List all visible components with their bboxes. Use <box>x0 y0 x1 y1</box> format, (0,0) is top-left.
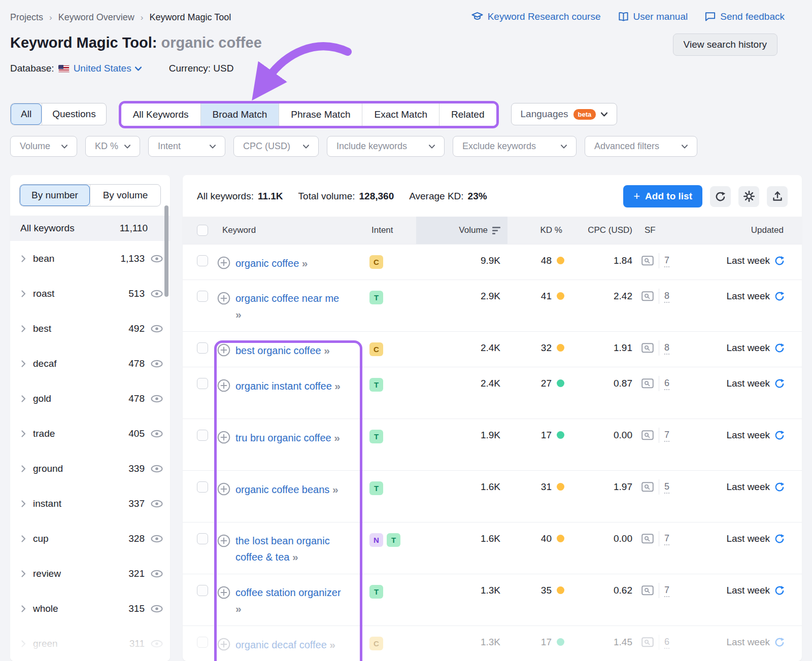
row-refresh-icon[interactable] <box>774 637 785 647</box>
keyword-link[interactable]: tru bru organic coffee <box>235 432 331 443</box>
row-checkbox[interactable] <box>197 378 208 389</box>
row-refresh-icon[interactable] <box>774 534 785 544</box>
sidebar-group-roast[interactable]: roast513 <box>10 276 170 311</box>
row-refresh-icon[interactable] <box>774 343 785 353</box>
row-checkbox[interactable] <box>197 637 208 648</box>
open-keyword-icon[interactable]: » <box>235 603 241 614</box>
row-checkbox[interactable] <box>197 533 208 544</box>
open-keyword-icon[interactable]: » <box>329 639 335 650</box>
sidebar-group-cup[interactable]: cup328 <box>10 521 170 556</box>
serp-features-icon[interactable] <box>641 378 654 389</box>
eye-icon[interactable] <box>151 500 163 508</box>
exclude-keywords-filter[interactable]: Exclude keywords <box>453 136 577 157</box>
column-updated[interactable]: Updated <box>686 217 788 244</box>
include-keywords-filter[interactable]: Include keywords <box>327 136 445 157</box>
keyword-link[interactable]: organic instant coffee <box>235 380 332 392</box>
tab-all-keywords[interactable]: All Keywords <box>121 103 200 126</box>
sidebar-group-review[interactable]: review321 <box>10 556 170 591</box>
sf-count[interactable]: 7 <box>664 430 669 442</box>
sidebar-group-whole[interactable]: whole315 <box>10 591 170 626</box>
keyword-link[interactable]: organic coffee near me <box>235 293 339 304</box>
tab-phrase-match[interactable]: Phrase Match <box>279 103 362 126</box>
eye-icon[interactable] <box>151 395 163 403</box>
sidebar-group-bean[interactable]: bean1,133 <box>10 241 170 276</box>
tab-exact-match[interactable]: Exact Match <box>362 103 439 126</box>
keyword-link[interactable]: coffee station organizer <box>235 587 341 598</box>
row-checkbox[interactable] <box>197 585 208 596</box>
sf-count[interactable]: 5 <box>664 481 669 494</box>
eye-icon[interactable] <box>151 255 163 263</box>
tab-by-volume[interactable]: By volume <box>90 185 160 206</box>
refresh-button[interactable] <box>710 186 731 207</box>
database-selector[interactable]: United States <box>74 63 142 74</box>
tab-questions[interactable]: Questions <box>42 103 106 125</box>
row-refresh-icon[interactable] <box>774 482 785 492</box>
sidebar-group-gold[interactable]: gold478 <box>10 381 170 416</box>
keyword-link[interactable]: best organic coffee <box>235 345 321 356</box>
tab-broad-match[interactable]: Broad Match <box>200 103 279 126</box>
column-cpc[interactable]: CPC (USD) <box>564 217 635 244</box>
select-all-checkbox[interactable] <box>197 225 208 236</box>
row-checkbox[interactable] <box>197 342 208 354</box>
tab-all[interactable]: All <box>11 103 42 125</box>
languages-dropdown[interactable]: Languages beta <box>511 103 618 125</box>
column-sf[interactable]: SF <box>635 217 686 244</box>
eye-icon[interactable] <box>151 360 163 368</box>
row-refresh-icon[interactable] <box>774 430 785 440</box>
sidebar-group-green[interactable]: green311 <box>10 626 170 661</box>
serp-features-icon[interactable] <box>641 534 654 544</box>
serp-features-icon[interactable] <box>641 637 654 647</box>
add-keyword-icon[interactable] <box>217 638 230 651</box>
eye-icon[interactable] <box>151 605 163 613</box>
sf-count[interactable]: 7 <box>664 585 669 597</box>
intent-filter[interactable]: Intent <box>148 136 225 157</box>
row-checkbox[interactable] <box>197 481 208 493</box>
tab-by-number[interactable]: By number <box>20 185 90 206</box>
settings-gear-button[interactable] <box>738 186 759 207</box>
row-checkbox[interactable] <box>197 291 208 302</box>
serp-features-icon[interactable] <box>641 291 654 301</box>
serp-features-icon[interactable] <box>641 343 654 353</box>
breadcrumb-keyword-overview[interactable]: Keyword Overview <box>58 12 134 23</box>
row-refresh-icon[interactable] <box>774 256 785 266</box>
cpc-filter[interactable]: CPC (USD) <box>233 136 319 157</box>
sf-count[interactable]: 8 <box>664 291 669 303</box>
add-keyword-icon[interactable] <box>217 586 230 599</box>
add-keyword-icon[interactable] <box>217 431 230 444</box>
row-refresh-icon[interactable] <box>774 378 785 389</box>
volume-filter[interactable]: Volume <box>10 136 77 157</box>
add-to-list-button[interactable]: + Add to list <box>623 185 702 207</box>
open-keyword-icon[interactable]: » <box>302 257 308 269</box>
user-manual-link[interactable]: User manual <box>618 11 688 22</box>
column-kd[interactable]: KD % <box>507 217 564 244</box>
open-keyword-icon[interactable]: » <box>334 380 340 392</box>
eye-icon[interactable] <box>151 465 163 473</box>
open-keyword-icon[interactable]: » <box>332 483 338 495</box>
serp-features-icon[interactable] <box>641 256 654 266</box>
eye-icon[interactable] <box>151 640 163 648</box>
sf-count[interactable]: 7 <box>664 255 669 267</box>
serp-features-icon[interactable] <box>641 430 654 440</box>
sidebar-all-keywords-row[interactable]: All keywords 11,110 <box>10 216 170 241</box>
sidebar-scrollbar[interactable] <box>164 205 168 297</box>
row-refresh-icon[interactable] <box>774 291 785 301</box>
open-keyword-icon[interactable]: » <box>324 344 329 356</box>
tab-related[interactable]: Related <box>439 103 496 126</box>
breadcrumb-projects[interactable]: Projects <box>10 12 43 23</box>
column-volume[interactable]: Volume <box>416 217 507 244</box>
serp-features-icon[interactable] <box>641 482 654 492</box>
eye-icon[interactable] <box>151 290 163 298</box>
open-keyword-icon[interactable]: » <box>334 432 340 443</box>
advanced-filters[interactable]: Advanced filters <box>585 136 697 157</box>
sidebar-group-best[interactable]: best492 <box>10 311 170 346</box>
keyword-link[interactable]: organic coffee beans <box>235 484 329 495</box>
keyword-link[interactable]: organic decaf coffee <box>235 639 327 650</box>
sidebar-group-ground[interactable]: ground339 <box>10 451 170 486</box>
eye-icon[interactable] <box>151 325 163 333</box>
row-refresh-icon[interactable] <box>774 585 785 596</box>
sf-count[interactable]: 6 <box>664 637 669 649</box>
keyword-link[interactable]: organic coffee <box>235 258 299 269</box>
kd-filter[interactable]: KD % <box>85 136 140 157</box>
send-feedback-link[interactable]: Send feedback <box>705 11 785 22</box>
eye-icon[interactable] <box>151 570 163 578</box>
